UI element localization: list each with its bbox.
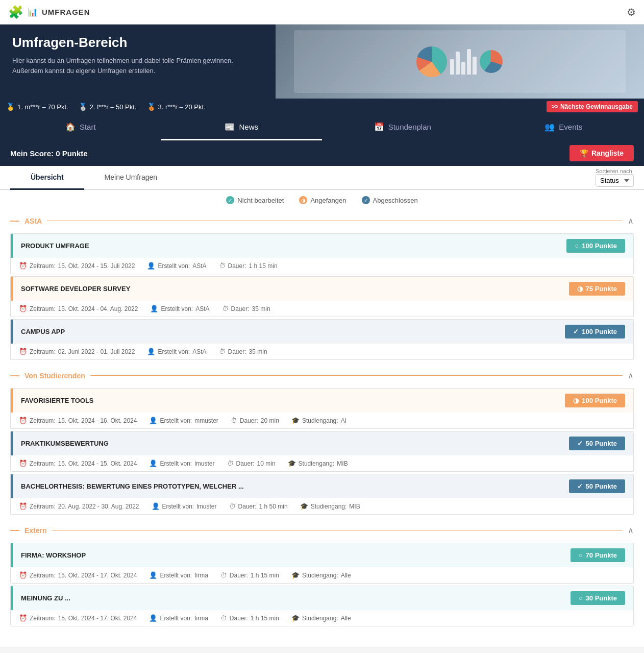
erstellt-value-campus-app: AStA <box>192 348 206 355</box>
survey-top-firma-workshop: FIRMA: WORKSHOP ○ 70 Punkte <box>11 543 633 567</box>
zeitraum-value-produkt-umfrage: 15. Okt. 2024 - 15. Juli 2022 <box>58 262 135 270</box>
erstellt-label: Erstellt von: <box>160 572 192 579</box>
erstellt-label: Erstellt von: <box>162 503 194 510</box>
graduation-icon: 🎓 <box>300 502 308 510</box>
settings-icon[interactable]: ⚙ <box>627 6 636 18</box>
nav-item-stundenplan[interactable]: 📅 Stundenplan <box>322 115 483 140</box>
erstellt-value-meinung-zu: firma <box>194 615 208 622</box>
section-collapse-von-studierenden[interactable]: ∧ <box>628 371 634 380</box>
meta-erstellt-firma-workshop: 👤 Erstellt von: firma <box>149 571 208 579</box>
survey-card-meinung-zu[interactable]: MEINUNG ZU ... ○ 30 Punkte ⏰ Zeitraum: 1… <box>10 586 634 626</box>
survey-card-produkt-umfrage[interactable]: PRODUKT UMFRAGE ○ 100 Punkte ⏰ Zeitraum:… <box>10 233 634 274</box>
section-collapse-extern[interactable]: ∧ <box>628 525 634 535</box>
next-prize-button[interactable]: >> Nächste Gewinnausgabe <box>547 101 638 112</box>
studiengang-label: Studiengang: <box>302 615 338 622</box>
survey-card-favorisierte-tools[interactable]: FAVORISIERTE TOOLS ◑ 100 Punkte ⏰ Zeitra… <box>10 388 634 429</box>
dauer-label: Dauer: <box>228 262 246 270</box>
erstellt-value-bachelorthesis: lmuster <box>196 503 216 510</box>
survey-card-praktikumsbewertung[interactable]: PRAKTIKUMSBEWERTUNG ✓ 50 Punkte ⏰ Zeitra… <box>10 431 634 472</box>
hero-text: Umfragen-Bereich Hier kannst du an Umfra… <box>0 25 276 99</box>
meta-studiengang-meinung-zu: 🎓 Studiengang: Alle <box>291 614 351 622</box>
news-icon: 📰 <box>225 122 235 132</box>
erstellt-label: Erstellt von: <box>160 417 192 424</box>
section-extern: — Extern ∧ FIRMA: WORKSHOP ○ 70 Punkte ⏰… <box>0 520 644 626</box>
logo-icon: 🧩 <box>8 5 23 19</box>
survey-title-firma-workshop: FIRMA: WORKSHOP <box>21 551 86 559</box>
clock-icon: ⏰ <box>19 417 27 424</box>
dauer-value-meinung-zu: 1 h 15 min <box>251 615 279 622</box>
user-icon: 👤 <box>149 417 157 424</box>
badge-icon-campus-app: ✓ <box>573 328 579 335</box>
meta-zeitraum-produkt-umfrage: ⏰ Zeitraum: 15. Okt. 2024 - 15. Juli 202… <box>19 262 135 270</box>
survey-card-firma-workshop[interactable]: FIRMA: WORKSHOP ○ 70 Punkte ⏰ Zeitraum: … <box>10 543 634 584</box>
timer-icon: ⏱ <box>220 571 227 579</box>
score-text: Mein Score: 0 Punkte <box>10 149 88 158</box>
survey-card-software-developer-survey[interactable]: SOFTWARE DEVELOPER SURVEY ◑ 75 Punkte ⏰ … <box>10 276 634 317</box>
hero-title: Umfragen-Bereich <box>12 35 263 51</box>
dauer-value-favorisierte-tools: 20 min <box>261 417 279 424</box>
dauer-value-bachelorthesis: 1 h 50 min <box>259 503 288 510</box>
nav-item-events[interactable]: 👥 Events <box>483 115 645 140</box>
survey-top-software-developer-survey: SOFTWARE DEVELOPER SURVEY ◑ 75 Punkte <box>11 277 633 301</box>
sort-select[interactable]: Status Datum Punkte <box>596 174 634 187</box>
dauer-value-software-developer-survey: 35 min <box>252 305 270 312</box>
clock-icon: ⏰ <box>19 305 27 312</box>
completed-dot: ✓ <box>362 196 370 204</box>
dauer-label: Dauer: <box>230 615 248 622</box>
legend-bar: ✓ Nicht bearbeitet ◑ Angefangen ✓ Abgesc… <box>0 190 644 210</box>
studiengang-value-praktikumsbewertung: MIB <box>337 460 348 467</box>
meta-studiengang-bachelorthesis: 🎓 Studiengang: MIB <box>300 502 360 510</box>
meta-zeitraum-meinung-zu: ⏰ Zeitraum: 15. Okt. 2024 - 17. Okt. 202… <box>19 614 137 622</box>
tab-meine-umfragen[interactable]: Meine Umfragen <box>84 166 178 190</box>
section-line <box>47 221 623 221</box>
studiengang-value-bachelorthesis: MIB <box>349 503 360 510</box>
survey-meta-campus-app: ⏰ Zeitraum: 02. Juni 2022 - 01. Juli 202… <box>11 344 633 359</box>
tabs-bar: Übersicht Meine Umfragen Sortieren nach … <box>0 166 644 190</box>
medal-1-icon: 🥇 <box>6 103 15 111</box>
badge-icon-favorisierte-tools: ◑ <box>573 397 579 404</box>
graduation-icon: 🎓 <box>291 571 300 579</box>
badge-icon-meinung-zu: ○ <box>579 594 583 602</box>
section-collapse-asta[interactable]: ∧ <box>628 216 634 226</box>
legend-completed: ✓ Abgeschlossen <box>362 196 418 204</box>
survey-title-meinung-zu: MEINUNG ZU ... <box>21 594 70 602</box>
meta-erstellt-software-developer-survey: 👤 Erstellt von: AStA <box>150 305 209 312</box>
app-name: UMFRAGEN <box>42 8 90 16</box>
nav-item-start[interactable]: 🏠 Start <box>0 115 161 140</box>
survey-title-produkt-umfrage: PRODUKT UMFRAGE <box>21 242 89 250</box>
clock-icon: ⏰ <box>19 502 27 510</box>
dauer-label: Dauer: <box>236 460 255 467</box>
section-line <box>52 530 623 530</box>
meta-erstellt-meinung-zu: 👤 Erstellt von: firma <box>149 614 208 622</box>
meta-erstellt-bachelorthesis: 👤 Erstellt von: lmuster <box>152 502 217 510</box>
ticker-item-2: 🥈 2. l***r – 50 Pkt. <box>79 103 137 111</box>
survey-title-software-developer-survey: SOFTWARE DEVELOPER SURVEY <box>21 285 130 293</box>
survey-top-favorisierte-tools: FAVORISIERTE TOOLS ◑ 100 Punkte <box>11 389 633 413</box>
survey-card-campus-app[interactable]: CAMPUS APP ✓ 100 Punkte ⏰ Zeitraum: 02. … <box>10 319 634 360</box>
rangliste-label: Rangliste <box>591 149 624 157</box>
section-title-extern: Extern <box>24 526 47 535</box>
nav-label-events: Events <box>559 123 582 131</box>
survey-title-bachelorthesis: BACHELORTHESIS: BEWERTUNG EINES PROTOTYP… <box>21 482 244 490</box>
dauer-value-produkt-umfrage: 1 h 15 min <box>249 262 278 270</box>
badge-icon-praktikumsbewertung: ✓ <box>577 440 583 447</box>
nav-item-news[interactable]: 📰 News <box>161 115 323 140</box>
tab-ubersicht[interactable]: Übersicht <box>10 166 84 190</box>
zeitraum-label: Zeitraum: <box>30 417 56 424</box>
survey-card-bachelorthesis[interactable]: BACHELORTHESIS: BEWERTUNG EINES PROTOTYP… <box>10 474 634 515</box>
zeitraum-label: Zeitraum: <box>30 262 56 270</box>
clock-icon: ⏰ <box>19 571 27 579</box>
badge-icon-produkt-umfrage: ○ <box>575 242 579 250</box>
section-von-studierenden: — Von Studierenden ∧ FAVORISIERTE TOOLS … <box>0 365 644 515</box>
rangliste-button[interactable]: 🏆 Rangliste <box>569 145 634 161</box>
dauer-value-firma-workshop: 1 h 15 min <box>251 572 279 579</box>
timer-icon: ⏱ <box>227 459 234 467</box>
erstellt-value-firma-workshop: firma <box>194 572 208 579</box>
calendar-icon: 📅 <box>374 122 384 132</box>
erstellt-label: Erstellt von: <box>161 305 193 312</box>
zeitraum-value-praktikumsbewertung: 15. Okt. 2024 - 15. Okt. 2024 <box>58 460 137 467</box>
meta-erstellt-favorisierte-tools: 👤 Erstellt von: mmuster <box>149 417 218 424</box>
studiengang-label: Studiengang: <box>299 460 335 467</box>
meta-zeitraum-campus-app: ⏰ Zeitraum: 02. Juni 2022 - 01. Juli 202… <box>19 348 135 355</box>
zeitraum-label: Zeitraum: <box>30 572 56 579</box>
